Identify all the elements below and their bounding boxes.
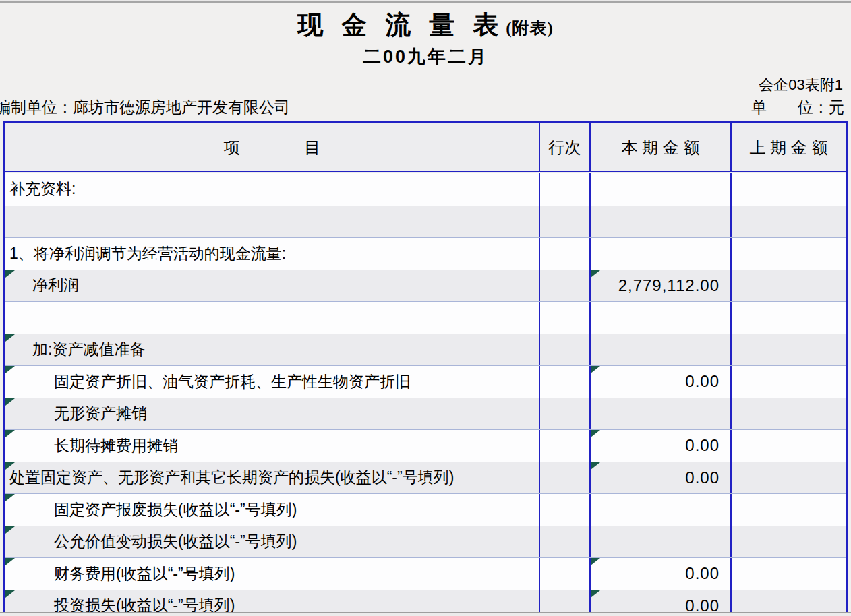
page-title: 现金流量表 [297, 11, 517, 39]
header-prior-amount-cell[interactable]: 上 期 金 额 [730, 123, 846, 171]
item-cell[interactable]: 处置固定资产、无形资产和其它长期资产的损失(收益以“-”号填列) [5, 462, 539, 494]
item-cell[interactable]: 长期待摊费用摊销 [5, 430, 539, 462]
prior-amount-cell[interactable] [730, 462, 846, 494]
line-no-cell[interactable] [539, 173, 589, 206]
current-amount-cell[interactable] [589, 494, 730, 526]
row-error-indicator-icon [5, 398, 15, 406]
table-row: 加:资产减值准备 [5, 334, 846, 366]
cash-flow-statement-sheet: 现金流量表(附表) 二00九年二月 会企03表附1 编制单位：廊坊市德源房地产开… [0, 0, 851, 616]
cell-error-indicator-icon [591, 430, 600, 437]
current-amount-cell[interactable] [589, 238, 730, 270]
cell-error-indicator-icon [591, 590, 600, 598]
prior-amount-cell[interactable] [730, 558, 846, 590]
table-row: 财务费用(收益以“-”号填列) 0.00 [5, 557, 846, 590]
item-label: 公允价值变动损失(收益以“-”号填列) [54, 531, 297, 552]
prior-amount-cell[interactable] [730, 366, 846, 398]
current-amount-value: 0.00 [685, 564, 720, 583]
table-row: 长期待摊费用摊销 0.00 [5, 429, 846, 462]
current-amount-cell[interactable] [589, 173, 730, 206]
item-cell[interactable]: 固定资产折旧、油气资产折耗、生产性生物资产折旧 [5, 366, 539, 398]
window-bottom-edge [0, 612, 851, 616]
header-item-cell[interactable]: 项 目 [5, 123, 539, 171]
current-amount-cell[interactable]: 0.00 [589, 366, 730, 398]
prior-amount-cell[interactable] [730, 430, 846, 462]
prior-amount-cell[interactable] [730, 206, 846, 238]
prior-amount-cell[interactable] [730, 334, 846, 366]
item-label: 长期待摊费用摊销 [54, 435, 178, 456]
table-row [5, 301, 846, 334]
current-amount-cell[interactable]: 0.00 [589, 462, 730, 494]
current-amount-cell[interactable]: 0.00 [589, 430, 730, 462]
item-cell[interactable]: 固定资产报废损失(收益以“-”号填列) [5, 494, 539, 526]
current-amount-cell[interactable] [589, 526, 730, 558]
item-cell[interactable]: 补充资料: [5, 173, 539, 206]
page-title-suffix: (附表) [506, 19, 554, 37]
title-row: 现金流量表(附表) [0, 8, 851, 42]
table-row: 补充资料: [5, 173, 846, 206]
table-row: 无形资产摊销 [5, 398, 846, 430]
line-no-cell[interactable] [539, 430, 589, 462]
current-amount-cell[interactable]: 2,779,112.00 [589, 270, 730, 302]
table-row: 公允价值变动损失(收益以“-”号填列) [5, 526, 846, 558]
prepared-by: 编制单位：廊坊市德源房地产开发有限公司 [0, 97, 290, 118]
line-no-cell[interactable] [539, 302, 589, 334]
item-cell[interactable]: 公允价值变动损失(收益以“-”号填列) [5, 526, 539, 558]
item-cell[interactable] [5, 302, 539, 334]
current-amount-cell[interactable] [589, 302, 730, 334]
prior-amount-cell[interactable] [730, 238, 846, 270]
prior-amount-cell[interactable] [730, 526, 846, 558]
line-no-cell[interactable] [539, 494, 589, 526]
row-error-indicator-icon [5, 430, 15, 437]
row-error-indicator-icon [5, 558, 15, 565]
table-row: 固定资产折旧、油气资产折耗、生产性生物资产折旧 0.00 [5, 365, 846, 398]
item-label: 财务费用(收益以“-”号填列) [54, 563, 235, 584]
current-amount-cell[interactable] [589, 398, 730, 430]
item-cell[interactable]: 加:资产减值准备 [5, 334, 539, 366]
item-cell[interactable]: 财务费用(收益以“-”号填列) [5, 558, 539, 590]
item-label: 固定资产报废损失(收益以“-”号填列) [54, 499, 297, 520]
cell-error-indicator-icon [591, 270, 600, 278]
report-period: 二00九年二月 [0, 44, 851, 69]
line-no-cell[interactable] [539, 238, 589, 270]
window-top-divider [0, 0, 851, 3]
item-label: 净利润 [32, 275, 79, 296]
current-amount-cell[interactable] [589, 206, 730, 238]
table-row: 净利润 2,779,112.00 [5, 270, 846, 302]
prior-amount-cell[interactable] [730, 398, 846, 430]
prepared-by-value: 廊坊市德源房地产开发有限公司 [73, 98, 290, 116]
cell-error-indicator-icon [591, 462, 600, 470]
line-no-cell[interactable] [539, 366, 589, 398]
row-error-indicator-icon [5, 334, 15, 342]
line-no-cell[interactable] [539, 526, 589, 558]
prior-amount-cell[interactable] [730, 173, 846, 206]
line-no-cell[interactable] [539, 270, 589, 302]
table-row [5, 206, 846, 238]
line-no-cell[interactable] [539, 558, 589, 590]
table-header-row: 项 目 行次 本 期 金 额 上 期 金 额 [5, 123, 846, 173]
line-no-cell[interactable] [539, 462, 589, 494]
row-error-indicator-icon [5, 366, 15, 373]
item-cell[interactable]: 净利润 [5, 270, 539, 302]
current-amount-cell[interactable] [589, 334, 730, 366]
item-label: 固定资产折旧、油气资产折耗、生产性生物资产折旧 [54, 371, 411, 392]
prior-amount-cell[interactable] [730, 302, 846, 334]
item-cell[interactable]: 1、将净利润调节为经营活动的现金流量: [5, 238, 539, 270]
line-no-cell[interactable] [539, 334, 589, 366]
unit-label: 单 位：元 [751, 97, 844, 118]
line-no-cell[interactable] [539, 398, 589, 430]
item-cell[interactable]: 无形资产摊销 [5, 398, 539, 430]
cell-error-indicator-icon [591, 366, 600, 373]
header-current-amount-cell[interactable]: 本 期 金 额 [589, 123, 730, 171]
current-amount-cell[interactable]: 0.00 [589, 558, 730, 590]
line-no-cell[interactable] [539, 206, 589, 238]
item-cell[interactable] [5, 206, 539, 238]
item-label: 加:资产减值准备 [32, 339, 145, 360]
row-error-indicator-icon [5, 270, 15, 278]
row-error-indicator-icon [5, 494, 15, 501]
prior-amount-cell[interactable] [730, 494, 846, 526]
prior-amount-cell[interactable] [730, 270, 846, 302]
cell-error-indicator-icon [591, 558, 600, 565]
header-line-no-cell[interactable]: 行次 [539, 123, 589, 171]
meta-row: 编制单位：廊坊市德源房地产开发有限公司 单 位：元 [0, 98, 851, 118]
item-label: 处置固定资产、无形资产和其它长期资产的损失(收益以“-”号填列) [9, 467, 454, 488]
